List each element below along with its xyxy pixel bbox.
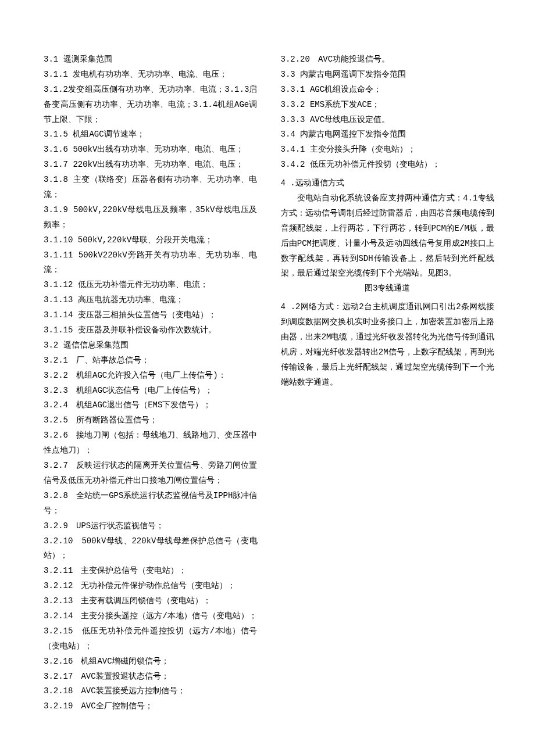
- item-3-2-18: 3.2.18 AVC装置接受远方控制信号；: [44, 684, 258, 699]
- item-3-2-14: 3.2.14 主变分接头遥控（远方/本地）信号（变电站）；: [44, 609, 258, 624]
- item-3-3-2: 3.3.2 EMS系统下发ACE；: [281, 98, 495, 113]
- item-3-3-1: 3.3.1 AGC机组设点命令；: [281, 83, 495, 98]
- item-3-3: 3.3 内蒙古电网遥调下发指令范围: [281, 67, 495, 83]
- item-3-2-7: 3.2.7 反映运行状态的隔离开关位置信号、旁路刀闸位置信号及低压无功补偿元件出…: [44, 458, 258, 489]
- item-3-2-19: 3.2.19 AVC全厂控制信号；: [44, 699, 258, 714]
- item-3-2-1: 3.2.1 厂、站事故总信号；: [44, 353, 258, 368]
- section-4-title: 4 .远动通信方式: [281, 176, 495, 191]
- section-4-2-text: 4 .2网络方式：远动2台主机调度通讯网口引出2条网线接到调度数据网交换机实时业…: [281, 300, 495, 390]
- item-3-1-7: 3.1.7 220kV出线有功功率、无功功率、电流、电压；: [44, 157, 258, 173]
- item-3-4-2: 3.4.2 低压无功补偿元件投切（变电站）；: [281, 157, 495, 173]
- item-3-1-14: 3.1.14 变压器三相抽头位置信号（变电站）；: [44, 308, 258, 323]
- item-3-1-11: 3.1.11 500kV220kV旁路开关有功功率、无功功率、电流；: [44, 248, 258, 278]
- item-3-1-10: 3.1.10 500kV,220kV母联、分段开关电流；: [44, 233, 258, 248]
- item-3-2-20: 3.2.20 AVC功能投退信号。: [281, 52, 495, 67]
- item-3-2-17: 3.2.17 AVC装置投退状态信号；: [44, 669, 258, 685]
- item-3-2-11: 3.2.11 主变保护总信号（变电站）；: [44, 564, 258, 579]
- item-3-4: 3.4 内蒙古电网遥控下发指令范围: [281, 127, 495, 142]
- item-3-1-12: 3.1.12 低压无功补偿元件无功功率、电流；: [44, 278, 258, 293]
- item-3-3-3: 3.3.3 AVC母线电压设定值。: [281, 113, 495, 128]
- item-3-1-9: 3.1.9 500kV,220kV母线电压及频率，35kV母线电压及频率；: [44, 203, 258, 233]
- item-3-1-2-to-4: 3.1.2发变组高压侧有功功率、无功功率、电流；3.1.3启备变高压侧有功功率、…: [44, 83, 258, 128]
- item-3-2-13: 3.2.13 主变有载调压闭锁信号（变电站）；: [44, 594, 258, 609]
- item-3-2-9: 3.2.9 UPS运行状态监视信号；: [44, 519, 258, 534]
- item-3-1-6: 3.1.6 500kV出线有功功率、无功功率、电流、电压；: [44, 142, 258, 157]
- document-page: 3.1 遥测采集范围 3.1.1 发电机有功功率、无功功率、电流、电压； 3.1…: [0, 0, 535, 756]
- figure-3-caption: 图3专线通道: [281, 281, 495, 296]
- item-3-1: 3.1 遥测采集范围: [44, 52, 258, 67]
- section-4-1-text: 变电站自动化系统设备应支持两种通信方式：4.1专线方式：远动信号调制后经过防雷器…: [281, 191, 495, 281]
- item-3-1-1: 3.1.1 发电机有功功率、无功功率、电流、电压；: [44, 67, 258, 83]
- item-3-2-6: 3.2.6 接地刀闸（包括：母线地刀、线路地刀、变压器中性点地刀）；: [44, 428, 258, 458]
- item-3-2-3: 3.2.3 机组AGC状态信号（电厂上传信号）；: [44, 384, 258, 399]
- item-3-1-13: 3.1.13 高压电抗器无功功率、电流；: [44, 293, 258, 308]
- item-3-1-5: 3.1.5 机组AGC调节速率；: [44, 127, 258, 142]
- item-3-2-5: 3.2.5 所有断路器位置信号；: [44, 413, 258, 428]
- item-3-1-15: 3.1.15 变压器及并联补偿设备动作次数统计。: [44, 323, 258, 338]
- item-3-2: 3.2 遥信信息采集范围: [44, 338, 258, 353]
- item-3-2-16: 3.2.16 机组AVC增磁闭锁信号；: [44, 654, 258, 669]
- item-3-1-8: 3.1.8 主变（联络变）压器各侧有功功率、无功功率、电流；: [44, 173, 258, 203]
- item-3-2-8: 3.2.8 全站统一GPS系统运行状态监视信号及IPPH脉冲信号；: [44, 489, 258, 519]
- item-3-2-15: 3.2.15 低压无功补偿元件遥控投切（远方/本地）信号 （变电站）；: [44, 624, 258, 654]
- item-3-2-2: 3.2.2 机组AGC允许投入信号（电厂上传信号)：: [44, 368, 258, 384]
- item-3-2-4: 3.2.4 机组AGC退出信号（EMS下发信号）；: [44, 398, 258, 413]
- item-3-2-12: 3.2.12 无功补偿元件保护动作总信号（变电站）；: [44, 579, 258, 594]
- item-3-2-10: 3.2.10 500kV母线、220kV母线母差保护总信号（变电站）；: [44, 534, 258, 564]
- item-3-4-1: 3.4.1 主变分接头升降（变电站）；: [281, 142, 495, 157]
